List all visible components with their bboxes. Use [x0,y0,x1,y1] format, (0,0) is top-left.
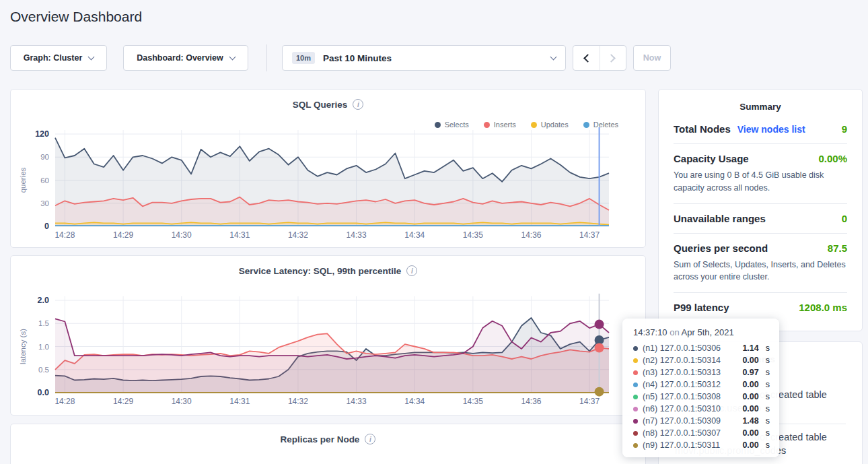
svg-text:14:28: 14:28 [55,230,75,240]
tooltip-node-row: (n6) 127.0.0.1:503100.00s [633,403,770,415]
tooltip-node-row: (n5) 127.0.0.1:503080.00s [633,391,770,403]
now-button-label: Now [643,53,661,63]
tooltip-node-label: (n8) 127.0.0.1:50307 [643,428,721,438]
summary-line: Capacity Usage0.00% [674,153,847,164]
svg-text:14:31: 14:31 [229,397,250,406]
tooltip-node-row: (n8) 127.0.0.1:503070.00s [633,427,770,439]
svg-text:14:37: 14:37 [579,230,600,240]
svg-text:14:35: 14:35 [463,230,483,240]
tooltip-node-value: 0.97 [742,368,758,377]
svg-text:latency (s): latency (s) [19,329,27,364]
svg-text:14:34: 14:34 [404,230,425,240]
controls-divider [266,44,267,71]
sql-queries-chart[interactable]: 0306090120queries14:2814:2914:3014:3114:… [11,127,645,247]
now-button[interactable]: Now [633,45,671,71]
service-latency-panel: Service Latency: SQL, 99th percentile i … [10,255,646,416]
summary-row-label: Unavailable ranges [674,213,766,224]
time-forward-button[interactable] [600,46,626,70]
tooltip-node-value: 0.00 [742,392,758,401]
info-icon[interactable]: i [406,265,417,276]
tooltip-node-unit: s [766,392,770,401]
tooltip-node-value: 1.48 [742,416,758,426]
summary-row: P99 latency1208.0 ms [674,293,847,322]
summary-row-label: P99 latency [674,302,729,313]
tooltip-node-row: (n1) 127.0.0.1:503061.14s [633,342,770,354]
summary-panel: Summary Total NodesView nodes list9Capac… [658,89,863,331]
chevron-down-icon [229,53,236,60]
svg-text:14:32: 14:32 [288,230,308,240]
svg-text:14:33: 14:33 [347,230,367,240]
tooltip-node-label: (n1) 127.0.0.1:50306 [643,343,721,353]
summary-row-label: Queries per second [674,242,768,254]
node-color-dot [633,419,638,424]
tooltip-node-row: (n9) 127.0.0.1:503110.00s [633,439,770,451]
svg-text:14:34: 14:34 [404,397,425,406]
svg-text:30: 30 [40,199,49,207]
time-range-dropdown[interactable]: 10m Past 10 Minutes [282,45,566,71]
tooltip-node-unit: s [766,368,770,377]
dashboard-dropdown-label: Dashboard: Overview [137,53,223,63]
view-nodes-list-link[interactable]: View nodes list [737,124,805,135]
info-icon[interactable]: i [353,99,363,110]
graph-dropdown[interactable]: Graph: Cluster [10,45,107,71]
svg-text:14:36: 14:36 [521,230,541,240]
tooltip-node-row: (n3) 127.0.0.1:503130.97s [633,366,770,378]
svg-text:0: 0 [44,222,49,231]
tooltip-node-unit: s [766,356,770,365]
tooltip-node-label: (n7) 127.0.0.1:50309 [643,416,721,426]
tooltip-node-unit: s [766,416,770,426]
svg-text:14:33: 14:33 [347,397,367,406]
tooltip-node-label: (n4) 127.0.0.1:50312 [643,380,721,389]
sql-queries-panel: SQL Queries i SelectsInsertsUpdatesDelet… [10,89,646,248]
service-latency-chart[interactable]: 0.00.51.01.52.0latency (s)14:2814:2914:3… [11,294,645,413]
graph-dropdown-label: Graph: Cluster [24,53,83,63]
info-icon[interactable]: i [365,434,375,444]
svg-text:14:29: 14:29 [113,230,133,240]
chevron-down-icon [550,53,557,60]
tooltip-node-row: (n4) 127.0.0.1:503120.00s [633,378,770,391]
svg-text:14:30: 14:30 [172,230,192,240]
node-color-dot [633,443,638,448]
service-latency-title: Service Latency: SQL, 99th percentile [239,266,402,276]
summary-row-value: 87.5 [828,242,847,254]
node-color-dot [633,395,638,399]
summary-row: Capacity Usage0.00%You are using 0 B of … [674,144,847,204]
node-color-dot [633,407,638,411]
tooltip-node-row: (n2) 127.0.0.1:503140.00s [633,354,770,366]
svg-text:14:31: 14:31 [229,230,250,240]
summary-line: Total NodesView nodes list9 [674,123,847,135]
summary-row-value: 1208.0 ms [799,302,847,313]
summary-row-label: Total Nodes [674,123,731,135]
svg-text:14:36: 14:36 [521,397,541,406]
svg-text:14:37: 14:37 [579,397,600,406]
tooltip-node-value: 1.14 [742,343,758,353]
tooltip-timestamp: 14:37:10 on Apr 5th, 2021 [633,327,770,337]
svg-text:14:32: 14:32 [288,397,308,406]
svg-text:14:30: 14:30 [172,397,192,406]
summary-row: Unavailable ranges0 [674,204,847,234]
sql-queries-title: SQL Queries [293,100,348,110]
tooltip-node-label: (n9) 127.0.0.1:50311 [643,440,720,450]
summary-row-value: 0.00% [818,153,847,164]
svg-text:90: 90 [40,153,49,161]
summary-row-description: Sum of Selects, Updates, Inserts, and De… [674,259,847,284]
summary-row-description: You are using 0 B of 4.5 GiB usable disk… [674,169,847,195]
time-range-badge: 10m [292,52,315,64]
tooltip-node-label: (n6) 127.0.0.1:50310 [643,404,721,413]
replicas-per-node-panel: Replicas per Node i [10,424,646,464]
chevron-right-icon [608,54,616,63]
svg-text:14:35: 14:35 [463,397,483,406]
summary-line: Unavailable ranges0 [674,213,847,224]
svg-text:1.0: 1.0 [38,343,49,351]
dashboard-dropdown[interactable]: Dashboard: Overview [123,45,248,71]
svg-text:2.0: 2.0 [38,296,49,305]
summary-line: Queries per second87.5 [674,242,847,254]
time-back-button[interactable] [573,46,600,70]
chevron-down-icon [88,53,95,60]
svg-text:14:29: 14:29 [113,397,133,406]
time-step-buttons [573,45,626,71]
tooltip-node-label: (n3) 127.0.0.1:50313 [643,368,721,377]
tooltip-node-unit: s [766,428,770,438]
svg-text:queries: queries [19,167,27,193]
tooltip-node-value: 0.00 [742,428,758,438]
